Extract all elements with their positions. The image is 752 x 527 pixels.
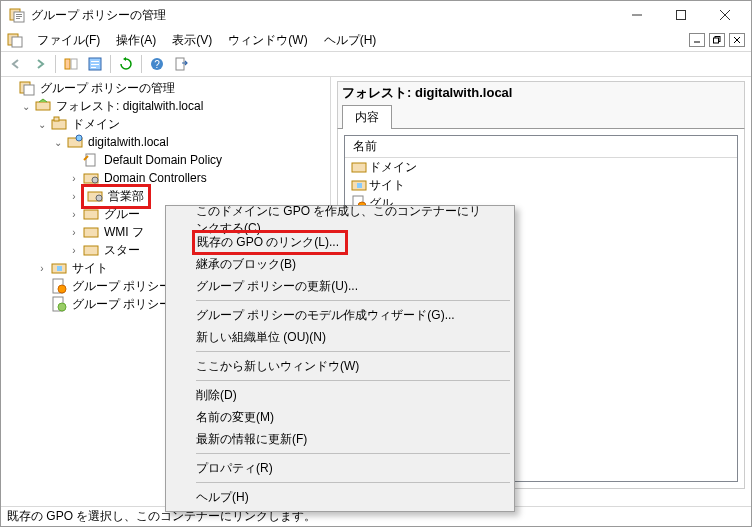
svg-rect-37 (84, 210, 98, 219)
menu-help[interactable]: ヘルプ(H) (316, 30, 385, 51)
tree-default-policy-label: Default Domain Policy (101, 152, 225, 168)
refresh-button[interactable] (115, 53, 137, 75)
ctx-gp-update[interactable]: グループ ポリシーの更新(U)... (168, 275, 512, 297)
mdi-controls (689, 33, 745, 47)
close-button[interactable] (703, 1, 747, 29)
toolbar: ? (1, 51, 751, 77)
folder-icon (83, 242, 99, 258)
minimize-button[interactable] (615, 1, 659, 29)
title-bar: グループ ポリシーの管理 (1, 1, 751, 29)
forest-icon (35, 98, 51, 114)
sites-icon (51, 260, 67, 276)
chevron-right-icon[interactable]: › (67, 171, 81, 185)
tree-eigyo-label: 営業部 (105, 187, 147, 206)
chevron-down-icon[interactable]: ⌄ (35, 117, 49, 131)
options-button[interactable] (84, 53, 106, 75)
maximize-button[interactable] (659, 1, 703, 29)
tree-domains-label: ドメイン (69, 115, 123, 134)
ctx-help[interactable]: ヘルプ(H) (168, 486, 512, 508)
ctx-separator (196, 300, 510, 301)
column-header-name[interactable]: 名前 (345, 136, 737, 158)
chevron-down-icon[interactable]: ⌄ (51, 135, 65, 149)
show-hide-tree-button[interactable] (60, 53, 82, 75)
chevron-right-icon[interactable]: › (67, 189, 81, 203)
svg-rect-15 (12, 37, 22, 47)
list-row-sites[interactable]: サイト (345, 176, 737, 194)
svg-rect-29 (54, 117, 59, 121)
svg-point-43 (58, 285, 66, 293)
ctx-separator (196, 453, 510, 454)
svg-rect-19 (91, 61, 99, 62)
tree-forest[interactable]: ⌄ フォレスト: digitalwith.local (19, 97, 330, 115)
ctx-block-inherit[interactable]: 継承のブロック(B) (168, 253, 512, 275)
ctx-new-ou[interactable]: 新しい組織単位 (OU)(N) (168, 326, 512, 348)
toolbar-separator (55, 55, 56, 73)
svg-rect-20 (91, 64, 99, 65)
ctx-link-existing-label: 既存の GPO のリンク(L)... (192, 230, 348, 255)
folder-icon (83, 206, 99, 222)
ctx-rename[interactable]: 名前の変更(M) (168, 406, 512, 428)
svg-rect-6 (677, 11, 686, 20)
gpmc-icon (19, 80, 35, 96)
report-icon (51, 296, 67, 312)
chevron-right-icon[interactable]: › (35, 261, 49, 275)
ou-icon (87, 188, 103, 204)
ctx-create-and-link[interactable]: このドメインに GPO を作成し、このコンテナーにリンクする(C)... (168, 209, 512, 231)
tree-gp1-label: グループ ポリシー (69, 277, 174, 296)
svg-point-36 (96, 195, 102, 201)
ctx-delete[interactable]: 削除(D) (168, 384, 512, 406)
tree-default-policy[interactable]: Default Domain Policy (67, 151, 330, 169)
tree-group-label: グルー (101, 205, 143, 224)
ctx-properties[interactable]: プロパティ(R) (168, 457, 512, 479)
ctx-separator (196, 351, 510, 352)
chevron-down-icon[interactable]: ⌄ (19, 99, 33, 113)
mdi-restore-button[interactable] (709, 33, 725, 47)
svg-text:?: ? (154, 59, 160, 70)
mdi-minimize-button[interactable] (689, 33, 705, 47)
chevron-right-icon[interactable]: › (67, 207, 81, 221)
svg-point-45 (58, 303, 66, 311)
list-row-label: ドメイン (369, 159, 417, 176)
tab-contents[interactable]: 内容 (342, 105, 392, 129)
svg-rect-2 (16, 14, 22, 15)
list-row-domain[interactable]: ドメイン (345, 158, 737, 176)
tree-sites-label: サイト (69, 259, 111, 278)
svg-rect-26 (24, 85, 34, 95)
tree-domain[interactable]: ⌄ digitalwith.local (51, 133, 330, 151)
menu-action[interactable]: 操作(A) (108, 30, 164, 51)
ctx-new-window[interactable]: ここから新しいウィンドウ(W) (168, 355, 512, 377)
mdi-close-button[interactable] (729, 33, 745, 47)
menu-bar: ファイル(F) 操作(A) 表示(V) ウィンドウ(W) ヘルプ(H) (1, 29, 751, 51)
svg-rect-38 (84, 228, 98, 237)
domains-icon (51, 116, 67, 132)
menu-file[interactable]: ファイル(F) (29, 30, 108, 51)
chevron-right-icon[interactable]: › (67, 243, 81, 257)
svg-point-34 (92, 177, 98, 183)
domain-icon (67, 134, 83, 150)
menu-view[interactable]: 表示(V) (164, 30, 220, 51)
menu-window[interactable]: ウィンドウ(W) (220, 30, 315, 51)
back-button[interactable] (5, 53, 27, 75)
svg-point-31 (76, 135, 82, 141)
svg-rect-46 (352, 163, 366, 172)
ctx-model-wizard[interactable]: グループ ポリシーのモデル作成ウィザード(G)... (168, 304, 512, 326)
chevron-right-icon[interactable]: › (67, 225, 81, 239)
svg-rect-48 (357, 183, 362, 188)
tree-domains[interactable]: ⌄ ドメイン (35, 115, 330, 133)
ctx-refresh[interactable]: 最新の情報に更新(F) (168, 428, 512, 450)
export-button[interactable] (170, 53, 192, 75)
svg-rect-3 (16, 16, 22, 17)
tree-root[interactable]: グループ ポリシーの管理 (3, 79, 330, 97)
tree-wmi-label: WMI フ (101, 223, 147, 242)
report-icon (51, 278, 67, 294)
svg-rect-27 (36, 102, 50, 110)
svg-rect-21 (91, 67, 96, 68)
toolbar-separator (141, 55, 142, 73)
details-header: フォレスト: digitalwith.local (337, 81, 745, 104)
tree-forest-label: フォレスト: digitalwith.local (53, 97, 206, 116)
window-title: グループ ポリシーの管理 (31, 7, 615, 24)
help-button[interactable]: ? (146, 53, 168, 75)
context-menu: このドメインに GPO を作成し、このコンテナーにリンクする(C)... 既存の… (165, 205, 515, 512)
svg-rect-24 (176, 58, 184, 70)
forward-button[interactable] (29, 53, 51, 75)
